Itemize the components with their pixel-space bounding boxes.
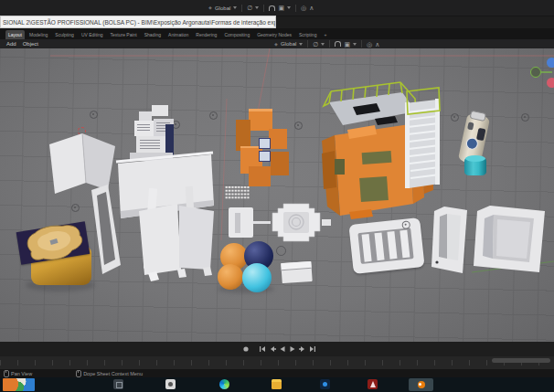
play-reverse-button[interactable] xyxy=(278,344,286,353)
tab-uv-editing[interactable]: UV Editing xyxy=(79,30,106,39)
small-white-box[interactable] xyxy=(281,261,312,283)
tab-animation[interactable]: Animation xyxy=(165,30,191,39)
viewport-3d[interactable] xyxy=(0,48,554,343)
proportional-editing-icon[interactable]: ◎ xyxy=(367,41,372,48)
voxel-window xyxy=(259,151,271,162)
teal-cylinder[interactable] xyxy=(464,157,486,175)
transform-snap-controls: ⌖ Global ∅ ▣ ◎ ∧ xyxy=(274,39,379,48)
empty-object-icon[interactable] xyxy=(521,113,529,122)
can-label-dark xyxy=(476,128,486,141)
status-hint-right: Dope Sheet Context Menu xyxy=(83,371,143,376)
adobe-app-icon[interactable] xyxy=(368,379,378,389)
play-button[interactable] xyxy=(288,344,296,353)
playback-controls xyxy=(258,344,316,353)
recessed-panel-small[interactable] xyxy=(428,206,470,277)
widgets-button[interactable] xyxy=(3,378,35,391)
gizmo-axis-line xyxy=(541,71,552,73)
side-panel[interactable] xyxy=(229,207,253,238)
tab-rendering[interactable]: Rendering xyxy=(193,30,219,39)
timeline-ruler[interactable] xyxy=(0,356,554,369)
empty-object-icon[interactable] xyxy=(451,113,459,122)
edge-browser-icon[interactable] xyxy=(219,379,229,389)
divider xyxy=(295,5,296,12)
sphere-cyan[interactable] xyxy=(242,263,272,292)
chevron-down-icon[interactable] xyxy=(233,6,237,9)
tab-scripting[interactable]: Scripting xyxy=(296,30,319,39)
slotted-panel[interactable] xyxy=(348,217,424,274)
leaning-panels[interactable] xyxy=(133,195,221,282)
empty-object-icon[interactable] xyxy=(71,204,80,212)
pivot-point-icon[interactable]: ∅ xyxy=(313,41,318,48)
empty-object-icon[interactable] xyxy=(90,111,98,119)
tab-sculpting[interactable]: Sculpting xyxy=(52,30,77,39)
jump-to-start-button[interactable] xyxy=(258,344,266,353)
tab-modeling[interactable]: Modeling xyxy=(27,30,50,39)
transform-snap-controls: ⌖ Global ∅ ▣ ◎ ∧ xyxy=(208,0,314,16)
chevron-down-icon[interactable] xyxy=(299,43,303,46)
outer-viewport-header: ⌖ Global ∅ ▣ ◎ ∧ xyxy=(0,0,554,16)
snipping-tool-icon[interactable] xyxy=(165,379,176,389)
object-menu[interactable]: Object xyxy=(23,41,38,47)
timeline-scrollbar[interactable] xyxy=(492,358,550,363)
orientation-dropdown[interactable]: Global xyxy=(281,41,296,47)
window-titlebar[interactable]: SIONAL 2\GESTÃO PROFISSIONAL (BOLSA PC) … xyxy=(0,16,276,28)
snap-target-icon[interactable]: ▣ xyxy=(278,5,284,11)
previous-keyframe-button[interactable] xyxy=(268,344,276,353)
tab-geometry-nodes[interactable]: Geometry Nodes xyxy=(254,30,294,39)
divider xyxy=(307,40,308,48)
pivot-point-icon[interactable]: ∅ xyxy=(247,5,252,11)
tab-shading[interactable]: Shading xyxy=(142,30,164,39)
add-workspace-button[interactable]: + xyxy=(321,30,329,39)
tiny-signage xyxy=(137,124,150,132)
transform-orientation-icon: ⌖ xyxy=(274,41,278,48)
auto-keying-toggle[interactable] xyxy=(241,344,250,353)
mouse-middle-icon xyxy=(4,370,9,377)
app-icon-blue[interactable] xyxy=(320,379,330,389)
tab-layout[interactable]: Layout xyxy=(5,30,25,39)
chevron-down-icon[interactable] xyxy=(287,6,291,9)
chevron-down-icon[interactable] xyxy=(255,6,259,9)
jump-to-end-button[interactable] xyxy=(308,344,316,353)
empty-object-icon[interactable] xyxy=(276,246,286,256)
gizmo-z-axis[interactable] xyxy=(547,58,554,68)
divider xyxy=(263,5,264,12)
proportional-falloff-icon[interactable]: ∧ xyxy=(309,5,314,11)
divider xyxy=(329,40,330,48)
status-bar: Pan View Dope Sheet Context Menu xyxy=(0,369,554,377)
empty-object-icon[interactable] xyxy=(209,111,218,120)
blender-taskbar-button-active[interactable] xyxy=(409,378,433,391)
chevron-down-icon[interactable] xyxy=(353,43,357,46)
empty-object-icon[interactable] xyxy=(294,122,303,130)
divider xyxy=(361,40,362,48)
proportional-falloff-icon[interactable]: ∧ xyxy=(375,41,379,48)
chevron-down-icon[interactable] xyxy=(321,43,325,46)
snap-magnet-icon[interactable] xyxy=(335,41,341,47)
divider xyxy=(241,5,242,12)
snap-magnet-icon[interactable] xyxy=(269,5,275,11)
tab-texture-paint[interactable]: Texture Paint xyxy=(108,30,140,39)
orientation-dropdown[interactable]: Global xyxy=(215,5,230,11)
screen: ⌖ Global ∅ ▣ ◎ ∧ SIONAL 2\GESTÃO PROFISS… xyxy=(0,0,554,392)
recessed-panel-large[interactable] xyxy=(472,204,547,277)
window-title: SIONAL 2\GESTÃO PROFISSIONAL (BOLSA PC) … xyxy=(1,19,276,26)
tab-compositing[interactable]: Compositing xyxy=(221,30,252,39)
mouse-right-icon xyxy=(76,370,81,377)
orange-pavilion[interactable] xyxy=(320,79,442,221)
sphere-orange-2[interactable] xyxy=(218,264,243,290)
snap-target-icon[interactable]: ▣ xyxy=(344,41,350,48)
tiny-signage xyxy=(140,140,160,149)
frame-ticks xyxy=(0,360,554,366)
transform-orientation-icon: ⌖ xyxy=(208,5,212,11)
taskbar xyxy=(0,377,554,392)
file-explorer-icon[interactable] xyxy=(272,379,282,389)
viewport-header: Add Object ⌖ Global ∅ ▣ ◎ ∧ xyxy=(0,39,554,48)
voxel-window xyxy=(259,138,271,149)
gizmo-y-axis[interactable] xyxy=(530,67,541,78)
gizmo-x-axis[interactable] xyxy=(547,78,554,88)
add-menu[interactable]: Add xyxy=(6,41,16,47)
frame-panel[interactable] xyxy=(88,183,124,278)
next-keyframe-button[interactable] xyxy=(298,344,306,353)
proportional-editing-icon[interactable]: ◎ xyxy=(301,5,306,11)
app-icon-generic[interactable] xyxy=(113,379,123,389)
sphere-grid[interactable] xyxy=(225,185,250,199)
